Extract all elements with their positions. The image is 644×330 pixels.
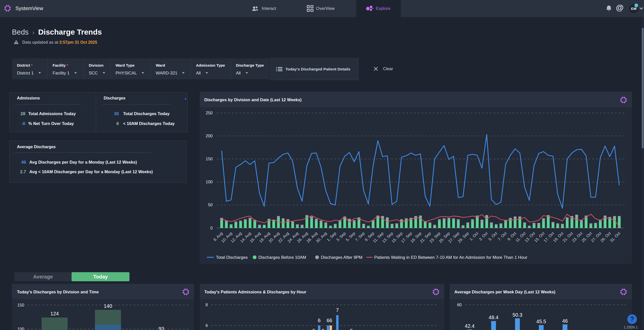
svg-text:7: 7	[336, 307, 339, 313]
svg-text:6: 6	[329, 318, 332, 323]
svg-text:5: 5	[322, 328, 325, 330]
svg-text:60: 60	[457, 302, 462, 307]
svg-text:50.3: 50.3	[513, 312, 522, 318]
svg-text:42.4: 42.4	[465, 323, 475, 329]
svg-text:46: 46	[562, 318, 568, 324]
svg-text:48.4: 48.4	[489, 315, 499, 320]
svg-text:5: 5	[313, 328, 315, 330]
svg-text:45.5: 45.5	[536, 319, 546, 324]
svg-text:124: 124	[50, 311, 59, 316]
svg-text:6: 6	[318, 318, 321, 323]
svg-text:150: 150	[17, 303, 24, 307]
svg-text:6: 6	[327, 318, 329, 323]
svg-text:6: 6	[206, 323, 208, 328]
svg-text:93: 93	[159, 326, 164, 330]
svg-text:5: 5	[350, 328, 353, 330]
svg-text:100: 100	[17, 327, 24, 330]
svg-text:8: 8	[206, 302, 208, 307]
svg-text:140: 140	[104, 303, 112, 309]
